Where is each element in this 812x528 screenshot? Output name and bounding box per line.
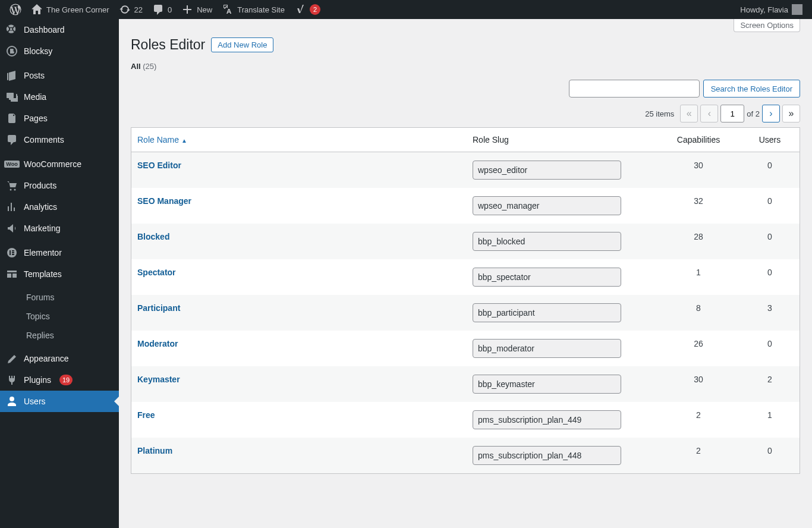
new-label: New [197, 5, 212, 14]
updates-count: 22 [134, 5, 143, 14]
sidebar-item-templates[interactable]: Templates [0, 263, 119, 285]
last-page-button[interactable]: » [782, 105, 800, 122]
table-row: Participant83 [131, 295, 800, 331]
sidebar-item-comments[interactable]: Comments [0, 129, 119, 150]
user-account-link[interactable]: Howdy, Flavia [735, 0, 807, 19]
table-row: Free21 [131, 402, 800, 438]
role-slug-field[interactable] [473, 161, 621, 180]
role-slug-field[interactable] [473, 303, 621, 322]
updates-link[interactable]: 22 [114, 0, 147, 19]
translate-label: Translate Site [237, 5, 285, 14]
search-roles-button[interactable]: Search the Roles Editor [703, 80, 800, 98]
elementor-icon [6, 247, 18, 259]
users-cell: 2 [740, 366, 800, 402]
sidebar-item-marketing[interactable]: Marketing [0, 218, 119, 239]
table-row: Platinum20 [131, 438, 800, 473]
sidebar-item-blocksy[interactable]: Blocksy [0, 40, 119, 62]
next-page-button[interactable]: › [762, 105, 780, 122]
users-icon [6, 395, 18, 407]
sidebar-item-woocommerce[interactable]: WooWooCommerce [0, 153, 119, 175]
woo-icon: Woo [6, 158, 18, 170]
sidebar-item-products[interactable]: Products [0, 175, 119, 196]
role-slug-field[interactable] [473, 375, 621, 394]
filter-all-count: (25) [143, 62, 156, 71]
comments-link[interactable]: 0 [147, 0, 177, 19]
col-capabilities: Capabilities [657, 128, 740, 152]
sidebar-item-posts[interactable]: Posts [0, 65, 119, 86]
role-slug-field[interactable] [473, 268, 621, 287]
role-name-link[interactable]: Blocked [137, 232, 169, 241]
role-name-link[interactable]: Spectator [137, 268, 176, 277]
sidebar-item-elementor[interactable]: Elementor [0, 242, 119, 263]
sidebar-item-label: Elementor [24, 248, 62, 257]
first-page-button: « [680, 105, 698, 122]
screen-options-button[interactable]: Screen Options [734, 19, 800, 32]
plugins-icon [6, 374, 18, 386]
sidebar-item-plugins[interactable]: Plugins19 [0, 369, 119, 391]
svg-point-2 [14, 189, 16, 191]
sidebar-sub-replies[interactable]: Replies [0, 326, 119, 345]
media-icon [6, 91, 18, 103]
wp-logo[interactable] [5, 0, 26, 19]
role-slug-field[interactable] [473, 410, 621, 429]
yoast-link[interactable]: 2 [289, 0, 325, 19]
sidebar-item-pages[interactable]: Pages [0, 108, 119, 129]
role-slug-field[interactable] [473, 232, 621, 251]
marketing-icon [6, 222, 18, 234]
sidebar-sub-forums[interactable]: Forums [0, 288, 119, 307]
sidebar-item-media[interactable]: Media [0, 86, 119, 108]
col-users: Users [740, 128, 800, 152]
role-slug-field[interactable] [473, 339, 621, 358]
role-name-link[interactable]: SEO Editor [137, 161, 181, 170]
sidebar-item-users[interactable]: Users [0, 391, 119, 412]
filter-all-label[interactable]: All [131, 62, 141, 71]
role-slug-field[interactable] [473, 446, 621, 465]
translate-icon [222, 4, 234, 15]
translate-link[interactable]: Translate Site [217, 0, 289, 19]
update-icon [119, 4, 131, 15]
products-icon [6, 180, 18, 191]
update-count-badge: 19 [59, 375, 73, 385]
appearance-icon [6, 353, 18, 364]
comment-icon [152, 4, 164, 15]
capabilities-cell: 1 [657, 259, 740, 295]
users-cell: 0 [740, 438, 800, 473]
current-page-input[interactable] [720, 105, 744, 122]
capabilities-cell: 30 [657, 152, 740, 188]
sidebar-item-dashboard[interactable]: Dashboard [0, 19, 119, 40]
role-name-link[interactable]: Participant [137, 303, 180, 313]
yoast-badge: 2 [310, 4, 320, 15]
role-slug-field[interactable] [473, 196, 621, 215]
role-name-link[interactable]: Platinum [137, 446, 172, 455]
templates-icon [6, 268, 18, 280]
roles-search-input[interactable] [569, 80, 700, 98]
capabilities-cell: 2 [657, 438, 740, 473]
users-cell: 0 [740, 224, 800, 259]
sidebar-item-label: Comments [24, 135, 64, 144]
table-row: Moderator260 [131, 331, 800, 366]
capabilities-cell: 2 [657, 402, 740, 438]
sidebar-item-label: Pages [24, 114, 48, 123]
site-name-link[interactable]: The Green Corner [26, 0, 114, 19]
role-name-link[interactable]: Moderator [137, 339, 178, 348]
col-role-name[interactable]: Role Name ▲ [131, 128, 467, 152]
comments-count: 0 [168, 5, 172, 14]
yoast-icon [294, 4, 306, 15]
users-cell: 0 [740, 188, 800, 224]
comments-icon [6, 134, 18, 146]
sidebar-item-analytics[interactable]: Analytics [0, 196, 119, 218]
role-name-link[interactable]: Free [137, 410, 155, 420]
sidebar-item-label: Analytics [24, 202, 57, 212]
sidebar-item-appearance[interactable]: Appearance [0, 348, 119, 369]
table-row: SEO Editor300 [131, 152, 800, 188]
sidebar-sub-topics[interactable]: Topics [0, 307, 119, 326]
role-name-link[interactable]: Keymaster [137, 375, 180, 384]
sidebar-item-label: Marketing [24, 224, 60, 233]
roles-table: Role Name ▲ Role Slug Capabilities Users… [131, 127, 800, 474]
add-new-role-button[interactable]: Add New Role [211, 37, 273, 52]
blocksy-icon [6, 45, 18, 57]
role-name-link[interactable]: SEO Manager [137, 196, 191, 206]
new-content-link[interactable]: New [177, 0, 217, 19]
table-row: SEO Manager320 [131, 188, 800, 224]
sidebar-item-label: WooCommerce [24, 159, 81, 169]
